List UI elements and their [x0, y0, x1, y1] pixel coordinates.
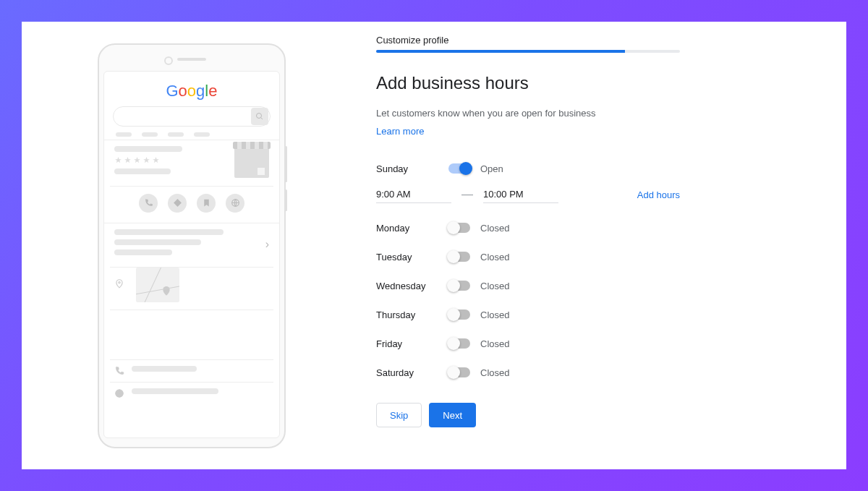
svg-point-0: [257, 113, 262, 118]
phone-mockup: Google: [98, 43, 286, 448]
business-card-mock: [110, 146, 273, 187]
day-status: Closed: [480, 223, 509, 234]
call-icon: [139, 194, 158, 213]
day-toggle[interactable]: [448, 252, 470, 262]
day-toggle[interactable]: [448, 223, 470, 233]
search-tabs-mock: [110, 132, 273, 137]
google-logo: Google: [110, 82, 273, 101]
info-row-mock: ›: [110, 229, 273, 268]
chevron-right-icon: ›: [265, 238, 269, 251]
button-row: Skip Next: [376, 403, 680, 427]
search-bar-mock: [113, 106, 271, 127]
learn-more-link[interactable]: Learn more: [376, 126, 424, 137]
skip-button[interactable]: Skip: [376, 403, 422, 427]
day-row: SundayOpen: [376, 154, 680, 183]
phone-preview-column: Google: [65, 29, 318, 462]
svg-line-1: [261, 117, 263, 119]
day-row: TuesdayClosed: [376, 242, 680, 271]
day-name: Thursday: [376, 309, 448, 320]
day-status: Closed: [480, 367, 509, 378]
time-dash: —: [461, 188, 473, 201]
phone-screen: Google: [103, 71, 280, 438]
svg-point-3: [119, 281, 120, 283]
day-status: Open: [480, 163, 503, 174]
day-row: FridayClosed: [376, 329, 680, 358]
day-status: Closed: [480, 309, 509, 320]
day-status: Closed: [480, 338, 509, 349]
days-list: SundayOpen—Add hoursMondayClosedTuesdayC…: [376, 154, 680, 387]
search-icon: [251, 108, 268, 125]
phone-row-mock: [110, 359, 273, 382]
day-toggle[interactable]: [448, 163, 470, 174]
directions-icon: [168, 194, 187, 213]
day-name: Saturday: [376, 367, 448, 378]
day-name: Wednesday: [376, 281, 448, 291]
day-toggle[interactable]: [448, 338, 470, 349]
day-status: Closed: [480, 281, 509, 291]
page-title: Add business hours: [376, 73, 680, 93]
open-time-input[interactable]: [376, 186, 451, 203]
day-row: MondayClosed: [376, 213, 680, 242]
day-name: Sunday: [376, 163, 448, 174]
action-chips-mock: [110, 187, 273, 220]
day-toggle[interactable]: [448, 367, 470, 377]
day-row: WednesdayClosed: [376, 271, 680, 300]
day-row: ThursdayClosed: [376, 300, 680, 329]
bookmark-icon: [197, 194, 216, 213]
day-toggle[interactable]: [448, 281, 470, 291]
day-status: Closed: [480, 252, 509, 262]
day-name: Monday: [376, 223, 448, 234]
add-hours-link[interactable]: Add hours: [637, 189, 680, 200]
globe-icon: [226, 194, 244, 213]
day-name: Friday: [376, 338, 448, 349]
day-row: SaturdayClosed: [376, 358, 680, 387]
form-column: Customize profile Add business hours Let…: [376, 29, 680, 462]
page-subtitle: Let customers know when you are open for…: [376, 108, 680, 119]
map-pin-icon: [114, 278, 124, 291]
time-range-row: —Add hours: [376, 186, 680, 203]
address-row-mock: [110, 268, 273, 310]
next-button[interactable]: Next: [429, 403, 476, 427]
storefront-icon: [234, 146, 269, 178]
day-toggle[interactable]: [448, 309, 470, 320]
progress-bar: [376, 50, 680, 53]
close-time-input[interactable]: [483, 186, 558, 203]
map-thumbnail: [136, 268, 179, 302]
day-name: Tuesday: [376, 252, 448, 262]
website-row-mock: [110, 382, 273, 404]
app-frame: Google: [22, 22, 846, 469]
step-label: Customize profile: [376, 35, 680, 46]
